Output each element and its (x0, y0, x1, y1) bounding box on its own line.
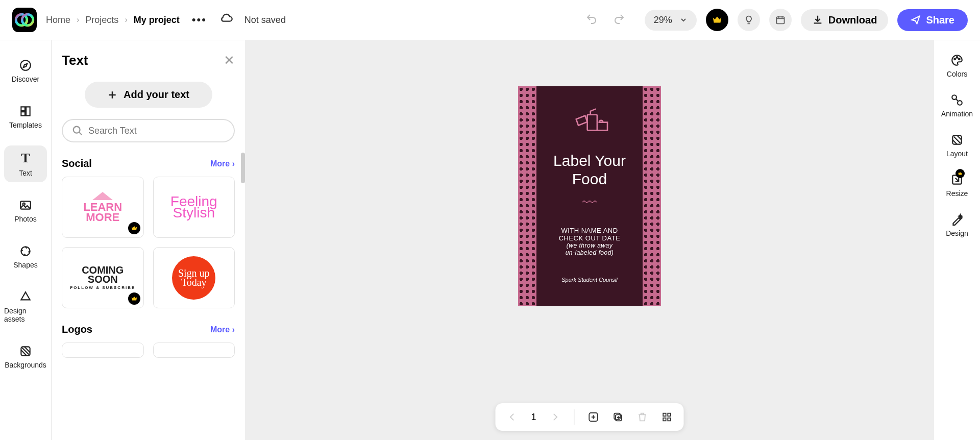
rr-label: Colors (947, 70, 967, 78)
add-page-button[interactable] (588, 411, 599, 423)
add-text-label: Add your text (124, 89, 189, 101)
rail-discover[interactable]: Discover (4, 54, 47, 88)
more-icon[interactable]: ••• (189, 13, 210, 27)
rail-label: Discover (12, 75, 39, 83)
rail-text[interactable]: TText (4, 145, 47, 182)
next-page-button[interactable] (550, 411, 561, 423)
svg-rect-14 (668, 413, 671, 417)
duplicate-page-button[interactable] (612, 411, 624, 423)
template-card-learn-more[interactable]: LEARNMORE (62, 177, 144, 238)
grid-view-button[interactable] (662, 411, 673, 423)
svg-rect-16 (668, 418, 671, 421)
chevron-down-icon (679, 16, 688, 24)
rail-label: Templates (9, 121, 42, 129)
template-card-logo-2[interactable] (153, 343, 235, 358)
rail-label: Photos (14, 215, 37, 223)
redo-button[interactable] (613, 13, 625, 27)
page-number: 1 (531, 412, 536, 423)
svg-point-3 (20, 60, 31, 70)
rr-label: Layout (946, 150, 968, 158)
template-card-logo-1[interactable] (62, 343, 144, 358)
rr-label: Resize (946, 189, 968, 198)
rr-design[interactable]: Design (946, 213, 968, 237)
delete-page-button[interactable] (637, 411, 648, 423)
rail-design-assets[interactable]: Design assets (4, 285, 47, 328)
cloud-icon (219, 12, 233, 28)
breadcrumb: Home › Projects › My project (46, 15, 180, 26)
section-logos-title: Logos (62, 324, 92, 335)
poster-footer[interactable]: Spark Student Counsil (541, 277, 638, 283)
rail-shapes[interactable]: Shapes (4, 239, 47, 274)
add-text-button[interactable]: Add your text (85, 82, 212, 108)
rail-templates[interactable]: Templates (4, 100, 47, 134)
svg-point-19 (959, 58, 960, 60)
breadcrumb-home[interactable]: Home (46, 15, 70, 26)
hint-button[interactable] (738, 9, 760, 31)
download-label: Download (828, 14, 877, 26)
poster-canvas[interactable]: Label YourFood 〰 WITH NAME AND CHECK OUT… (518, 86, 661, 306)
search-input[interactable] (88, 126, 225, 136)
svg-rect-15 (663, 418, 666, 421)
save-status: Not saved (244, 15, 286, 26)
rr-layout[interactable]: Layout (946, 133, 968, 158)
rr-colors[interactable]: Colors (947, 54, 967, 78)
share-label: Share (926, 14, 954, 26)
rail-backgrounds[interactable]: Backgrounds (4, 339, 47, 374)
search-icon (72, 125, 83, 136)
template-card-coming-soon[interactable]: COMINGSOONFOLLOW & SUBSCRIBE (62, 247, 144, 308)
undo-button[interactable] (585, 13, 598, 27)
premium-badge-icon (128, 222, 140, 234)
section-social-more[interactable]: More › (210, 159, 235, 168)
rr-label: Design (946, 229, 968, 237)
premium-badge-icon (128, 292, 140, 305)
panel-title: Text (62, 53, 88, 68)
premium-button[interactable] (706, 9, 728, 31)
calendar-button[interactable] (769, 9, 792, 31)
text-icon: T (21, 151, 30, 166)
svg-rect-12 (614, 413, 620, 420)
poster-food-icon (541, 107, 638, 144)
share-button[interactable]: Share (897, 9, 968, 31)
right-rail: Colors Animation Layout Resize Design (934, 40, 980, 440)
download-button[interactable]: Download (801, 9, 889, 31)
rr-label: Animation (941, 110, 973, 118)
canvas-area[interactable]: Label YourFood 〰 WITH NAME AND CHECK OUT… (245, 40, 934, 440)
template-card-sign-up[interactable]: Sign up Today (153, 247, 235, 308)
page-controls: 1 (495, 403, 683, 431)
zoom-value: 29% (654, 15, 672, 26)
breadcrumb-projects[interactable]: Projects (85, 15, 118, 26)
crown-icon (712, 14, 723, 26)
left-rail: Discover Templates TText Photos Shapes D… (0, 40, 51, 440)
send-icon (911, 15, 921, 25)
svg-point-18 (957, 57, 958, 58)
svg-rect-13 (663, 413, 666, 417)
calendar-icon (775, 15, 786, 25)
template-card-feeling-stylish[interactable]: FeelingStylish (153, 177, 235, 238)
rr-animation[interactable]: Animation (941, 93, 973, 118)
rail-label: Text (19, 169, 32, 177)
chevron-right-icon: › (125, 15, 127, 25)
svg-point-17 (954, 58, 955, 60)
svg-point-8 (74, 127, 80, 133)
text-panel: Text ✕ Add your text Social More › LEARN… (51, 40, 245, 440)
poster-title[interactable]: Label YourFood (541, 152, 638, 188)
section-social-title: Social (62, 158, 92, 169)
rr-resize[interactable]: Resize (946, 173, 968, 198)
poster-subtitle[interactable]: WITH NAME AND CHECK OUT DATE (we throw a… (541, 227, 638, 256)
svg-point-21 (958, 101, 962, 105)
zoom-dropdown[interactable]: 29% (645, 10, 697, 31)
svg-rect-9 (587, 115, 597, 131)
rail-label: Backgrounds (5, 361, 46, 369)
rail-label: Shapes (13, 261, 37, 269)
close-icon[interactable]: ✕ (224, 53, 235, 68)
search-box[interactable] (62, 119, 235, 142)
rail-photos[interactable]: Photos (4, 193, 47, 228)
download-icon (812, 14, 823, 26)
top-header: Home › Projects › My project ••• Not sav… (0, 0, 980, 40)
app-logo[interactable] (12, 8, 37, 32)
plus-icon (107, 90, 117, 100)
section-logos-more[interactable]: More › (210, 325, 235, 334)
prev-page-button[interactable] (506, 411, 518, 423)
breadcrumb-current[interactable]: My project (134, 15, 180, 26)
scrollbar[interactable] (241, 153, 245, 183)
